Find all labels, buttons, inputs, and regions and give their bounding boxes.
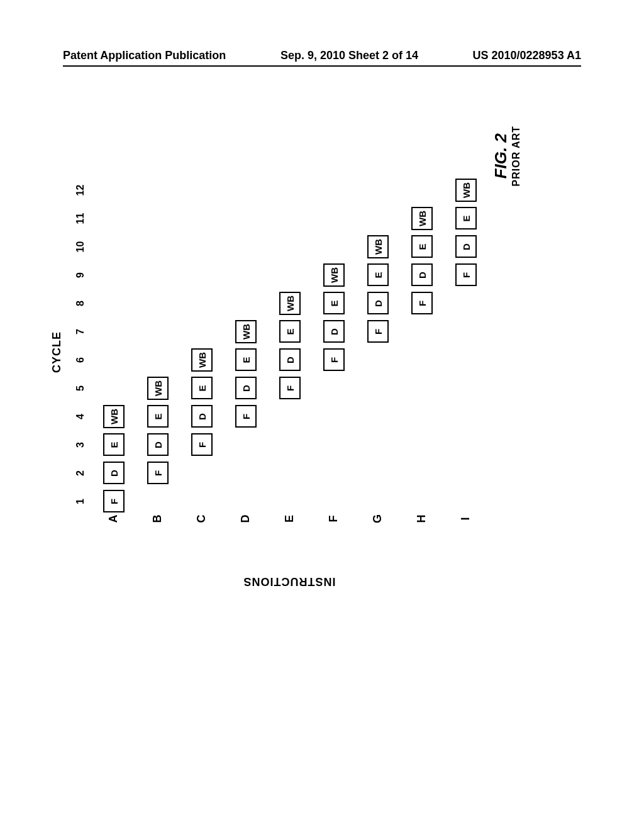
pipeline-cell: [411, 318, 433, 346]
pipeline-cell: [191, 318, 213, 346]
stage-box: D: [411, 264, 433, 287]
pipeline-cell: [367, 346, 389, 374]
pipeline-cell: [235, 204, 257, 233]
stage-box: D: [367, 292, 389, 315]
pipeline-cell: WB: [455, 176, 477, 204]
pipeline-cell: E: [279, 318, 301, 346]
instruction-row: FDEWB: [444, 176, 488, 516]
pipeline-cell: D: [323, 318, 345, 346]
pipeline-cell: [455, 374, 477, 402]
figure-subcaption: PRIOR ART: [511, 126, 522, 186]
pipeline-cell: [103, 261, 125, 289]
pipeline-cell: E: [367, 261, 389, 289]
pipeline-cell: [279, 233, 301, 261]
header-rule: [63, 65, 581, 67]
pipeline-cell: [455, 346, 477, 374]
pipeline-cell: D: [279, 346, 301, 374]
stage-box: WB: [323, 263, 345, 287]
pipeline-cell: WB: [191, 346, 213, 374]
stage-box: E: [455, 208, 477, 230]
pipeline-cell: [279, 204, 301, 233]
pipeline-cell: D: [455, 233, 477, 261]
cycle-header: 2: [69, 459, 92, 487]
pipeline-cell: F: [279, 374, 301, 402]
pipeline-cell: D: [235, 374, 257, 402]
instruction-row: FDEWB: [180, 176, 224, 516]
pipeline-cell: [323, 204, 345, 233]
stage-box: D: [147, 434, 169, 456]
header-left: Patent Application Publication: [63, 49, 226, 62]
cycle-header: 12: [69, 176, 92, 204]
cycle-header: 9: [69, 261, 92, 289]
pipeline-cell: D: [191, 402, 213, 431]
pipeline-cell: [279, 176, 301, 204]
stage-box: WB: [147, 377, 169, 400]
stage-box: F: [191, 434, 213, 456]
pipeline-cell: [147, 176, 169, 204]
pipeline-cell: F: [455, 261, 477, 289]
pipeline-cell: [367, 176, 389, 204]
cycle-header-row: 123456789101112: [69, 176, 92, 516]
pipeline-cell: [411, 346, 433, 374]
pipeline-cell: E: [235, 346, 257, 374]
stage-box: WB: [103, 405, 125, 428]
stage-box: WB: [279, 292, 301, 315]
pipeline-cell: WB: [367, 233, 389, 261]
pipeline-cell: [323, 176, 345, 204]
pipeline-cell: [411, 431, 433, 459]
pipeline-grid: 123456789101112AFDEWBBFDEWBCFDEWBDFDEWBE…: [69, 176, 509, 516]
pipeline-cell: [191, 204, 213, 233]
stage-box: F: [367, 321, 389, 343]
figure-number: FIG. 2: [491, 126, 511, 186]
pipeline-cell: [455, 459, 477, 487]
pipeline-cell: [455, 318, 477, 346]
pipeline-cell: F: [411, 289, 433, 318]
pipeline-cell: [235, 289, 257, 318]
pipeline-cell: E: [147, 402, 169, 431]
stage-box: WB: [367, 235, 389, 258]
x-axis-label: CYCLE: [50, 163, 64, 541]
pipeline-cell: [323, 374, 345, 402]
stage-box: F: [323, 349, 345, 372]
pipeline-cell: WB: [411, 204, 433, 233]
stage-box: E: [147, 406, 169, 428]
pipeline-cell: [147, 261, 169, 289]
pipeline-cell: D: [147, 431, 169, 459]
pipeline-cell: F: [323, 346, 345, 374]
instruction-label: B: [151, 509, 164, 528]
pipeline-cell: D: [103, 459, 125, 487]
pipeline-cell: [323, 459, 345, 487]
pipeline-cell: F: [235, 402, 257, 431]
pipeline-cell: E: [411, 233, 433, 261]
cycle-header: 7: [69, 318, 92, 346]
stage-box: E: [235, 349, 257, 372]
pipeline-cell: [191, 459, 213, 487]
pipeline-cell: D: [411, 261, 433, 289]
instruction-row: FDEWB: [224, 176, 268, 516]
pipeline-cell: [279, 402, 301, 431]
stage-box: WB: [455, 179, 477, 202]
instruction-label: F: [327, 509, 340, 528]
instruction-label: D: [239, 509, 252, 528]
instruction-label: G: [371, 509, 384, 528]
stage-box: D: [103, 462, 125, 485]
stage-box: F: [455, 264, 477, 287]
pipeline-cell: E: [455, 204, 477, 233]
pipeline-cell: [191, 233, 213, 261]
stage-box: E: [279, 321, 301, 343]
pipeline-cell: [235, 233, 257, 261]
cycle-header: 3: [69, 431, 92, 459]
stage-box: E: [411, 236, 433, 258]
pipeline-cell: [411, 176, 433, 204]
cycle-header: 10: [69, 233, 92, 261]
pipeline-cell: [411, 402, 433, 431]
stage-box: E: [367, 264, 389, 287]
instruction-label: E: [283, 509, 296, 528]
stage-box: D: [191, 406, 213, 428]
pipeline-diagram: CYCLE INSTRUCTIONS 123456789101112AFDEWB…: [69, 163, 509, 541]
stage-box: D: [455, 236, 477, 258]
pipeline-cell: [191, 261, 213, 289]
pipeline-cell: [235, 431, 257, 459]
stage-box: WB: [191, 348, 213, 372]
pipeline-cell: WB: [147, 374, 169, 402]
